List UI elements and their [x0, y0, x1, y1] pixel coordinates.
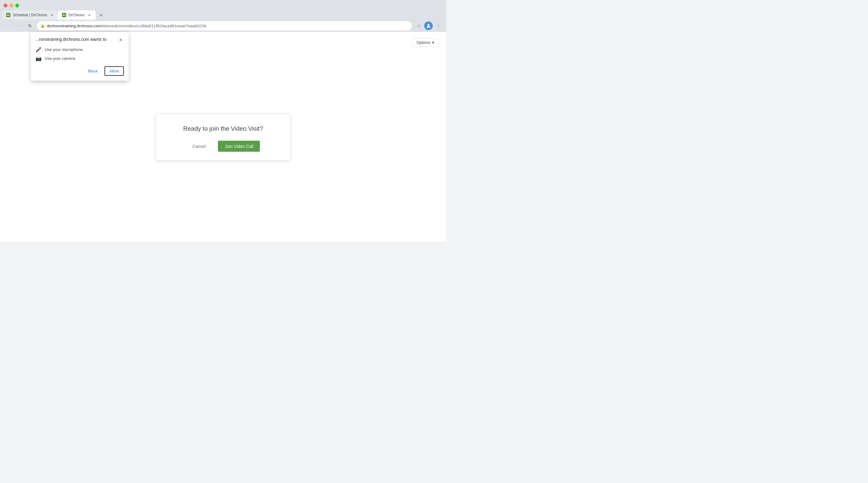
- url-text: drchronotraining.drchrono.com/telemedici…: [47, 24, 207, 28]
- allow-button[interactable]: Allow: [104, 66, 124, 76]
- options-button[interactable]: Options ▾: [412, 38, 439, 47]
- menu-button[interactable]: ⋮: [434, 22, 442, 30]
- tabs-bar: dc Schedule | DrChrono ✕ dc DrChrono ✕ +: [0, 9, 446, 20]
- popup-header: ...ronotraining.drchrono.com wants to ✕: [36, 37, 124, 43]
- options-dropdown-icon: ▾: [432, 40, 434, 45]
- permission-popup: ...ronotraining.drchrono.com wants to ✕ …: [31, 32, 129, 81]
- tab-close-drchrono[interactable]: ✕: [87, 12, 92, 18]
- traffic-light-minimize[interactable]: [9, 4, 13, 7]
- cancel-button[interactable]: Cancel: [186, 141, 212, 151]
- bookmark-button[interactable]: ☆: [414, 22, 423, 30]
- back-button[interactable]: ←: [4, 22, 12, 30]
- traffic-light-maximize[interactable]: [15, 4, 19, 7]
- popup-actions: Block Allow: [36, 66, 124, 76]
- microphone-icon: 🎤: [36, 47, 42, 53]
- url-bar[interactable]: 🔒 drchronotraining.drchrono.com/telemedi…: [37, 21, 412, 30]
- options-label: Options: [416, 40, 430, 45]
- traffic-light-close[interactable]: [4, 4, 7, 7]
- permission-microphone: 🎤 Use your microphone: [36, 47, 124, 53]
- popup-title: ...ronotraining.drchrono.com wants to: [36, 37, 106, 42]
- new-tab-button[interactable]: +: [97, 11, 105, 20]
- refresh-button[interactable]: ↻: [26, 22, 34, 30]
- page-content: ...ronotraining.drchrono.com wants to ✕ …: [0, 32, 446, 242]
- camera-label: Use your camera: [45, 56, 75, 61]
- account-button[interactable]: [424, 22, 433, 30]
- forward-button[interactable]: →: [15, 22, 23, 30]
- tab-title-drchrono: DrChrono: [69, 13, 85, 17]
- dialog-title: Ready to join the Video Visit?: [168, 125, 278, 132]
- tab-close-schedule[interactable]: ✕: [50, 12, 55, 18]
- tab-schedule[interactable]: dc Schedule | DrChrono ✕: [2, 10, 58, 20]
- url-path: /telemedicine/video/cc38da511f824ace881e…: [101, 24, 207, 28]
- dialog-actions: Cancel Join Video Call: [168, 141, 278, 151]
- main-dialog: Ready to join the Video Visit? Cancel Jo…: [156, 114, 290, 161]
- popup-close-button[interactable]: ✕: [118, 37, 124, 43]
- join-video-call-button[interactable]: Join Video Call: [218, 141, 260, 151]
- tab-drchrono[interactable]: dc DrChrono ✕: [58, 10, 96, 20]
- lock-icon: 🔒: [40, 24, 45, 28]
- tab-favicon-schedule: dc: [6, 13, 10, 17]
- title-bar: [0, 0, 446, 8]
- tab-favicon-drchrono: dc: [62, 13, 66, 17]
- block-button[interactable]: Block: [84, 66, 102, 76]
- url-domain: drchronotraining.drchrono.com: [47, 24, 101, 28]
- tab-title-schedule: Schedule | DrChrono: [13, 13, 47, 17]
- toolbar-right: ☆ ⋮: [414, 22, 442, 30]
- microphone-label: Use your microphone: [45, 47, 83, 52]
- browser-chrome: dc Schedule | DrChrono ✕ dc DrChrono ✕ +…: [0, 0, 446, 32]
- permission-camera: 📷 Use your camera: [36, 56, 124, 61]
- address-bar: ← → ↻ 🔒 drchronotraining.drchrono.com/te…: [0, 20, 446, 32]
- svg-point-0: [428, 24, 429, 26]
- camera-icon: 📷: [36, 56, 42, 61]
